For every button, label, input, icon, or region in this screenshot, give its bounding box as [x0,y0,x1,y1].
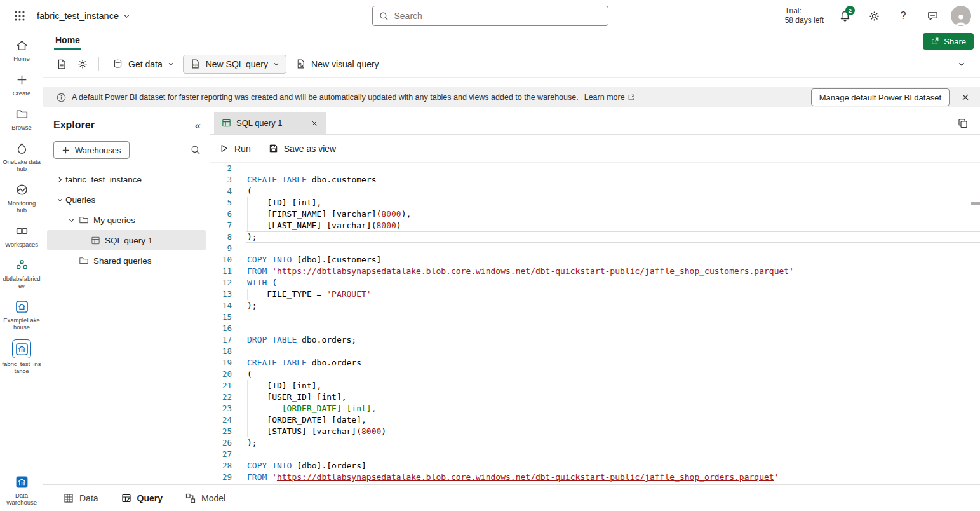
rail-item-create[interactable]: Create [1,71,43,97]
scrollbar-thumb[interactable] [971,202,980,205]
search-box[interactable] [372,6,608,26]
help-button[interactable]: ? [892,5,914,27]
code-line[interactable]: 3 CREATE TABLE dbo.customers [210,174,980,186]
code-line[interactable]: 15 [210,311,980,323]
manage-default-dataset-button[interactable]: Manage default Power BI dataset [811,88,950,106]
rail-item-label: Data Warehouse [2,492,41,506]
view-tab-data[interactable]: Data [64,493,98,503]
code-line[interactable]: 6 [FIRST_NAME] [varchar](8000), [210,208,980,220]
tab-close-button[interactable] [308,117,321,130]
tree-item-queries[interactable]: Queries [47,189,206,210]
code-line[interactable]: 16 [210,323,980,334]
code-line[interactable]: 18 [210,346,980,357]
code-line[interactable]: 20 ( [210,369,980,380]
save-as-view-button[interactable]: Save as view [269,144,336,154]
code-line[interactable]: 11 FROM 'https://dbtlabsynapsedatalake.b… [210,266,980,277]
nav-rail-bottom: Data Warehouse [1,474,43,506]
code-line[interactable]: 12 WITH ( [210,277,980,289]
code-line[interactable]: 7 [LAST_NAME] [varchar](8000) [210,220,980,231]
new-sql-query-button[interactable]: SQL New SQL query [183,55,286,74]
code-line[interactable]: 26 ); [210,437,980,449]
new-report-button[interactable] [52,55,71,74]
duplicate-tab-button[interactable] [953,114,972,133]
notifications-button[interactable]: 2 [834,5,856,27]
rail-item-home[interactable]: Home [1,37,43,62]
code-lines: 2 3 CREATE TABLE dbo.customers 4 ( 5 [ID… [210,163,980,483]
chevron-down-icon [123,13,130,20]
rail-item-label: fabric_test_instance [2,360,41,374]
workspace-name: fabric_test_instance [37,11,119,21]
rail-item-dbtlabsfabricdev[interactable]: dbtlabsfabricdev [1,257,43,289]
app-launcher-button[interactable] [9,5,30,27]
code-line[interactable]: 23 -- [ORDER_DATE] [int], [210,403,980,414]
collapse-explorer-button[interactable]: « [195,120,201,131]
rail-item-onelake-data-hub[interactable]: OneLake data hub [1,140,43,172]
code-line[interactable]: 13 FILE_TYPE = 'PARQUET' [210,289,980,300]
ribbon-tab-row: Home Share [43,32,980,51]
visual-query-icon [295,58,306,69]
code-text: [LAST_NAME] [varchar](8000) [246,220,980,231]
tree-item-shared-queries[interactable]: Shared queries [47,250,206,271]
share-button[interactable]: Share [923,33,974,50]
code-line[interactable]: 8 ); [210,231,980,243]
code-line[interactable]: 2 [210,163,980,174]
code-line[interactable]: 29 FROM 'https://dbtlabsynapsedatalake.b… [210,472,980,483]
warehouse-settings-button[interactable] [73,55,92,74]
view-tab-model[interactable]: Model [185,493,225,503]
code-line[interactable]: 14 ); [210,300,980,311]
folder-icon [77,256,91,266]
run-button[interactable]: Run [219,144,251,154]
code-line[interactable]: 9 [210,243,980,254]
code-line[interactable]: 28 COPY INTO [dbo].[orders] [210,460,980,472]
banner-close-button[interactable] [957,89,974,106]
code-text: ( [246,369,980,380]
line-number: 8 [210,231,246,243]
code-line[interactable]: 27 [210,449,980,460]
info-icon [57,93,66,102]
add-warehouses-button[interactable]: Warehouses [53,141,130,159]
tree-item-sql-query-1[interactable]: SQL query 1 [47,230,206,250]
rail-item-monitoring-hub[interactable]: Monitoring hub [1,181,43,214]
code-line[interactable]: 21 [ID] [int], [210,380,980,392]
settings-button[interactable] [863,5,885,27]
code-line[interactable]: 19 CREATE TABLE dbo.orders [210,357,980,369]
close-icon [311,120,318,126]
workspace-switcher[interactable]: fabric_test_instance [37,11,130,21]
tab-sql-query-1[interactable]: SQL query 1 [214,112,326,134]
view-tab-query[interactable]: Query [121,493,163,503]
code-line[interactable]: 4 ( [210,186,980,197]
explorer-search-button[interactable] [191,145,201,155]
collapse-ribbon-button[interactable] [952,55,971,74]
rail-item-data-warehouse[interactable]: Data Warehouse [1,474,43,506]
create-icon [13,71,30,88]
tree-item-fabric-test-instance[interactable]: fabric_test_instance [47,169,206,189]
rail-item-examplelakehouse[interactable]: ExampleLakehouse [1,298,43,330]
search-input[interactable] [394,11,601,21]
code-line[interactable]: 24 [ORDER_DATE] [date], [210,414,980,426]
code-line[interactable]: 25 [STATUS] [varchar](8000) [210,426,980,437]
tree-item-my-queries[interactable]: My queries [47,210,206,230]
code-line[interactable]: 10 COPY INTO [dbo].[customers] [210,254,980,266]
lakehouse-icon [13,298,30,315]
code-line[interactable]: 22 [USER_ID] [int], [210,392,980,403]
sql-code-editor[interactable]: 2 3 CREATE TABLE dbo.customers 4 ( 5 [ID… [210,163,980,484]
tab-home[interactable]: Home [54,33,81,50]
rail-item-browse[interactable]: Browse [1,106,43,131]
query-toolbar: Run Save as view [210,135,980,163]
feedback-button[interactable] [922,5,943,27]
get-data-button[interactable]: Get data [105,55,181,74]
rail-item-workspaces[interactable]: Workspaces [1,222,43,248]
tree-item-label: Shared queries [93,256,152,266]
get-data-label: Get data [128,59,163,69]
code-text [246,346,980,357]
new-visual-query-button[interactable]: New visual query [288,55,386,74]
rail-item-fabric-test-instance[interactable]: fabric_test_instance [1,339,43,374]
code-line[interactable]: 17 DROP TABLE dbo.orders; [210,334,980,346]
editor-scrollbar[interactable] [971,163,980,484]
learn-more-link[interactable]: Learn more [584,93,635,102]
line-number: 17 [210,334,246,346]
code-line[interactable]: 5 [ID] [int], [210,197,980,208]
explorer-panel: Explorer « Warehouses [43,112,210,484]
avatar[interactable] [951,6,971,26]
code-text: FROM 'https://dbtlabsynapsedatalake.blob… [246,266,980,277]
